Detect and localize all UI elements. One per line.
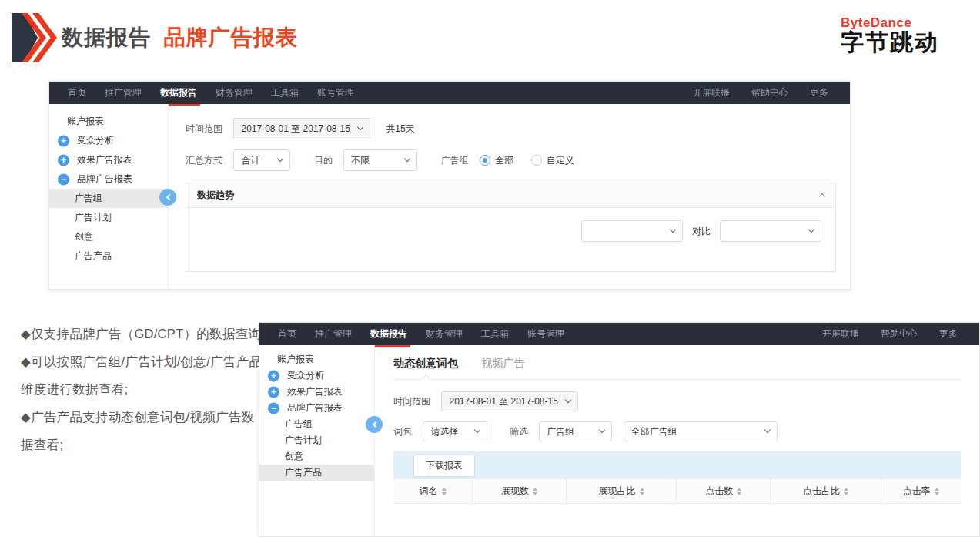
radio-all-label: 全部 — [495, 155, 513, 166]
chevron-down-icon — [404, 156, 410, 162]
time-range-select[interactable]: 2017-08-01 至 2017-08-15 — [441, 391, 577, 411]
sidebar-item-audience[interactable]: +受众分析 — [259, 368, 374, 384]
bytedance-logo: ByteDance 字节跳动 — [841, 15, 939, 55]
plus-circle-icon[interactable]: + — [58, 135, 69, 146]
nav-item-promotion[interactable]: 推广管理 — [105, 86, 142, 99]
chevron-down-icon — [808, 227, 814, 233]
report-sidebar: 账户报表 +受众分析 +效果广告报表 − 品牌广告报表 广告组 广告计划 创意 … — [259, 345, 375, 536]
sidebar-item-adproduct[interactable]: 广告产品 — [259, 465, 374, 481]
chevron-left-icon — [372, 421, 378, 428]
radio-all[interactable] — [480, 155, 490, 166]
plus-circle-icon[interactable]: + — [268, 370, 279, 381]
chevron-down-icon — [599, 427, 605, 433]
nav-item-toolbox[interactable]: 工具箱 — [481, 327, 509, 341]
adgroup-label: 广告组 — [441, 155, 469, 166]
sort-icon — [442, 488, 447, 495]
sidebar-item-account-report[interactable]: 账户报表 — [259, 351, 374, 368]
sort-icon — [935, 488, 939, 495]
column-header-ctr[interactable]: 点击率 — [881, 479, 961, 503]
page-title-subsection: 品牌广告报表 — [164, 25, 298, 49]
collapse-up-icon[interactable] — [819, 193, 825, 200]
note-bullet: ◆广告产品支持动态创意词包/视频广告数据查看; — [21, 403, 263, 458]
time-range-select[interactable]: 2017-08-01 至 2017-08-15 — [233, 118, 370, 139]
nav-item-data-report[interactable]: 数据报告 — [160, 86, 197, 99]
slide-chevron-logo — [12, 13, 56, 62]
plus-circle-icon[interactable]: + — [58, 154, 69, 166]
compare-metric-select[interactable] — [720, 220, 821, 242]
minus-circle-icon[interactable]: − — [58, 173, 69, 185]
purpose-label: 目的 — [314, 155, 333, 166]
chevron-down-icon — [764, 427, 771, 433]
sidebar-item-creative[interactable]: 创意 — [49, 227, 168, 247]
page-title: 数据报告 品牌广告报表 — [62, 23, 298, 52]
sidebar-item-brand-report[interactable]: − 品牌广告报表 — [259, 400, 374, 416]
nav-item-splash[interactable]: 开屏联播 — [822, 327, 859, 341]
report-content: 动态创意词包 视频广告 时间范围 2017-08-01 至 2017-08-15… — [375, 345, 979, 536]
nav-item-more[interactable]: 更多 — [939, 327, 958, 341]
data-trend-body: 对比 — [186, 208, 835, 242]
note-bullet: ◆仅支持品牌广告（GD/CPT）的数据查询 — [21, 320, 263, 347]
time-range-label: 时间范围 — [186, 123, 222, 134]
nav-item-account[interactable]: 账号管理 — [317, 86, 354, 99]
sidebar-item-adproduct[interactable]: 广告产品 — [49, 247, 168, 266]
sort-icon — [533, 488, 537, 495]
tab-video-ad[interactable]: 视频广告 — [481, 357, 524, 371]
nav-item-promotion[interactable]: 推广管理 — [315, 327, 352, 341]
sort-icon — [737, 488, 741, 495]
sidebar-item-brand-report[interactable]: − 品牌广告报表 — [49, 169, 168, 189]
nav-item-help[interactable]: 帮助中心 — [751, 86, 788, 99]
download-report-button[interactable]: 下载报表 — [413, 455, 475, 477]
metric-select[interactable] — [581, 220, 683, 242]
nav-item-data-report[interactable]: 数据报告 — [370, 327, 407, 341]
radio-custom[interactable] — [531, 155, 542, 166]
nav-item-finance[interactable]: 财务管理 — [216, 86, 253, 99]
filter-adgroup-select[interactable]: 全部广告组 — [624, 421, 778, 441]
chevron-down-icon — [474, 427, 480, 433]
wordpack-select[interactable]: 请选择 — [423, 421, 487, 441]
sidebar-collapse-button[interactable] — [159, 189, 176, 206]
days-total: 共15天 — [386, 123, 414, 134]
nav-item-more[interactable]: 更多 — [810, 86, 828, 99]
sidebar-item-performance-report[interactable]: +效果广告报表 — [259, 384, 374, 400]
sidebar-item-creative[interactable]: 创意 — [259, 448, 374, 465]
summary-label: 汇总方式 — [186, 155, 222, 166]
sidebar-item-audience[interactable]: +受众分析 — [49, 131, 168, 150]
nav-item-home[interactable]: 首页 — [278, 327, 296, 341]
nav-item-account[interactable]: 账号管理 — [527, 327, 564, 341]
filter-dimension-select[interactable]: 广告组 — [539, 421, 612, 441]
sidebar-item-performance-report[interactable]: +效果广告报表 — [49, 150, 168, 169]
table-toolbar: 下载报表 — [393, 451, 961, 479]
sidebar-item-adplan[interactable]: 广告计划 — [49, 208, 168, 227]
column-header-click-share[interactable]: 点击占比 — [771, 479, 881, 503]
top-nav: 首页 推广管理 数据报告 财务管理 工具箱 账号管理 开屏联播 帮助中心 更多 — [49, 82, 850, 104]
chevron-down-icon — [670, 227, 676, 233]
tab-dynamic-wordpack[interactable]: 动态创意词包 — [393, 357, 458, 371]
minus-circle-icon[interactable]: − — [268, 402, 279, 414]
screenshot-adgroup-report: 首页 推广管理 数据报告 财务管理 工具箱 账号管理 开屏联播 帮助中心 更多 … — [48, 81, 851, 290]
plus-circle-icon[interactable]: + — [268, 386, 279, 398]
nav-item-help[interactable]: 帮助中心 — [881, 327, 918, 341]
sidebar-collapse-button[interactable] — [366, 416, 383, 433]
column-header-impressions[interactable]: 展现数 — [473, 479, 567, 503]
data-trend-panel: 数据趋势 对比 — [186, 183, 836, 272]
nav-item-finance[interactable]: 财务管理 — [426, 327, 463, 341]
screenshot-adproduct-report: 首页 推广管理 数据报告 财务管理 工具箱 账号管理 开屏联播 帮助中心 更多 … — [259, 322, 980, 537]
chevron-down-icon — [565, 397, 571, 403]
column-header-word-name[interactable]: 词名 — [393, 479, 473, 503]
compare-label: 对比 — [692, 225, 711, 238]
time-range-label: 时间范围 — [393, 396, 430, 407]
sidebar-item-adplan[interactable]: 广告计划 — [259, 432, 374, 448]
column-header-clicks[interactable]: 点击数 — [677, 479, 771, 503]
purpose-select[interactable]: 不限 — [343, 149, 417, 171]
nav-item-splash[interactable]: 开屏联播 — [693, 86, 730, 99]
sidebar-item-adgroup[interactable]: 广告组 — [49, 189, 168, 208]
data-trend-header: 数据趋势 — [186, 183, 835, 208]
chevron-down-icon — [277, 156, 283, 162]
sidebar-item-account-report[interactable]: 账户报表 — [49, 112, 168, 131]
page-title-section: 数据报告 — [62, 25, 151, 49]
nav-item-home[interactable]: 首页 — [68, 86, 86, 99]
column-header-impression-share[interactable]: 展现占比 — [567, 479, 677, 503]
nav-item-toolbox[interactable]: 工具箱 — [271, 86, 299, 99]
summary-select[interactable]: 合计 — [233, 149, 290, 171]
sidebar-item-adgroup[interactable]: 广告组 — [259, 416, 374, 432]
